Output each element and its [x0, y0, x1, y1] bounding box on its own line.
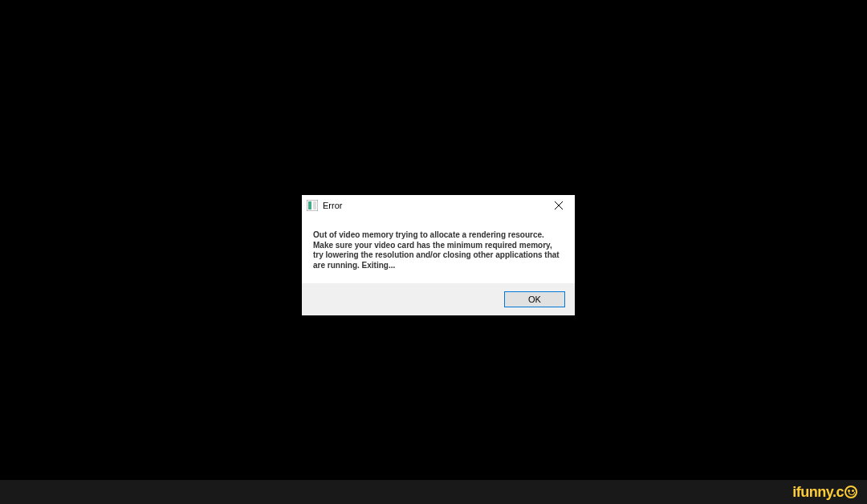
- svg-rect-2: [313, 201, 316, 209]
- dialog-titlebar[interactable]: Error: [302, 195, 575, 216]
- bottom-bar: ifunny.c: [0, 480, 867, 504]
- smiley-icon: [845, 486, 857, 498]
- dialog-footer: OK: [302, 283, 575, 315]
- dialog-title: Error: [323, 201, 543, 210]
- ok-button-label: OK: [528, 295, 541, 304]
- close-button[interactable]: [543, 195, 575, 216]
- app-icon: [307, 200, 318, 211]
- dialog-content: Out of video memory trying to allocate a…: [302, 216, 575, 283]
- svg-rect-1: [308, 201, 311, 209]
- watermark: ifunny.c: [792, 484, 857, 501]
- error-dialog: Error Out of video memory trying to allo…: [302, 195, 575, 315]
- ok-button[interactable]: OK: [504, 291, 565, 307]
- watermark-text: ifunny.c: [792, 484, 844, 501]
- error-message: Out of video memory trying to allocate a…: [313, 230, 564, 270]
- close-icon: [555, 201, 563, 209]
